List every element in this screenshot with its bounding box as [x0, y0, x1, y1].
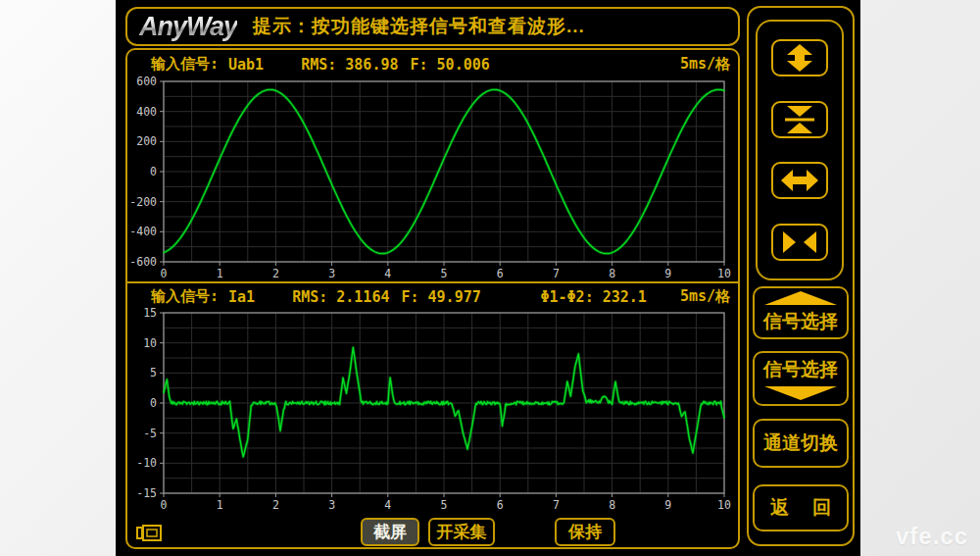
svg-text:-10: -10	[136, 456, 157, 470]
svg-text:400: 400	[136, 105, 157, 119]
svg-text:2: 2	[272, 267, 279, 280]
svg-text:10: 10	[717, 498, 731, 512]
bottom-toolbar: 截屏 开采集 保持	[127, 518, 738, 547]
current-waveform-chart: 012345678910151050-5-10-15	[127, 307, 740, 515]
svg-text:5: 5	[441, 267, 448, 280]
svg-text:600: 600	[136, 76, 157, 88]
svg-text:0: 0	[161, 498, 168, 512]
expand-vertical-icon	[782, 44, 817, 72]
return-button[interactable]: 返 回	[753, 484, 849, 531]
channel1-frequency: F: 50.006	[411, 56, 490, 74]
svg-text:4: 4	[384, 267, 391, 280]
compress-horizontal-icon	[781, 229, 818, 255]
screenshot-button[interactable]: 截屏	[361, 518, 419, 546]
chart-divider	[127, 281, 738, 283]
usb-drive-icon	[135, 522, 165, 545]
expand-horizontal-icon	[781, 168, 818, 193]
svg-text:3: 3	[328, 498, 335, 512]
channel2-timebase: 5ms/格	[680, 287, 730, 306]
svg-text:7: 7	[553, 498, 560, 512]
right-control-panel: 信号选择 信号选择 通道切换 返 回	[747, 6, 855, 546]
signal-select-up-button[interactable]: 信号选择	[753, 286, 849, 339]
svg-text:4: 4	[384, 498, 391, 512]
expand-vertical-button[interactable]	[771, 39, 828, 76]
svg-text:1: 1	[217, 498, 223, 512]
svg-text:3: 3	[328, 267, 335, 280]
channel2-signal: Ia1	[228, 288, 255, 306]
analyzer-screen: AnyWay 提示：按功能键选择信号和查看波形... 输入信号: Uab1 RM…	[116, 0, 860, 556]
brand-logo: AnyWay	[139, 12, 237, 42]
svg-text:6: 6	[497, 267, 504, 280]
channel1-label: 输入信号:	[151, 55, 219, 74]
signal-select-up-label: 信号选择	[763, 309, 838, 334]
svg-text:-200: -200	[129, 195, 157, 209]
channel-switch-label: 通道切换	[763, 430, 838, 456]
zoom-button-group	[756, 20, 844, 280]
channel1-info: 输入信号: Uab1 RMS: 386.98 F: 50.006 5ms/格	[127, 55, 738, 74]
watermark: vfe.cc	[896, 523, 968, 550]
compress-horizontal-button[interactable]	[771, 224, 828, 261]
svg-text:0: 0	[161, 267, 168, 280]
voltage-waveform-chart: 0123456789106004002000-200-400-600	[127, 76, 740, 283]
svg-text:8: 8	[609, 498, 615, 512]
expand-horizontal-button[interactable]	[771, 162, 828, 199]
svg-text:0: 0	[150, 396, 157, 410]
channel-switch-button[interactable]: 通道切换	[753, 419, 849, 468]
triangle-up-icon	[764, 291, 837, 305]
svg-text:-15: -15	[136, 486, 157, 500]
svg-text:10: 10	[143, 336, 157, 350]
triangle-down-icon	[764, 386, 837, 400]
svg-text:9: 9	[664, 498, 671, 512]
signal-select-down-button[interactable]: 信号选择	[753, 351, 849, 406]
svg-text:-600: -600	[129, 255, 157, 269]
page-background: AnyWay 提示：按功能键选择信号和查看波形... 输入信号: Uab1 RM…	[0, 0, 980, 556]
svg-text:-5: -5	[143, 427, 157, 440]
svg-text:5: 5	[150, 366, 157, 379]
channel2-label: 输入信号:	[151, 287, 219, 306]
svg-text:9: 9	[664, 267, 671, 280]
svg-text:7: 7	[553, 267, 560, 280]
svg-text:8: 8	[609, 267, 615, 280]
svg-text:1: 1	[217, 267, 223, 280]
status-tip: 提示：按功能键选择信号和查看波形...	[253, 14, 585, 39]
waveform-panel: 输入信号: Uab1 RMS: 386.98 F: 50.006 5ms/格 0…	[125, 48, 740, 549]
return-label-left: 返	[770, 495, 789, 521]
hold-button[interactable]: 保持	[555, 518, 615, 546]
svg-text:-400: -400	[129, 225, 157, 238]
signal-select-down-label: 信号选择	[763, 357, 838, 382]
compress-vertical-icon	[782, 106, 817, 133]
channel2-info: 输入信号: Ia1 RMS: 2.1164 F: 49.977 Φ1-Φ2: 2…	[127, 287, 738, 306]
header-bar: AnyWay 提示：按功能键选择信号和查看波形...	[125, 7, 740, 46]
svg-text:2: 2	[272, 498, 279, 512]
svg-text:5: 5	[441, 498, 448, 512]
channel1-timebase: 5ms/格	[680, 55, 730, 74]
channel2-rms: RMS: 2.1164	[292, 288, 389, 306]
svg-text:6: 6	[497, 498, 504, 512]
channel1-signal: Uab1	[228, 56, 264, 74]
phase-difference: Φ1-Φ2: 232.1	[541, 288, 647, 306]
svg-text:15: 15	[143, 307, 157, 320]
channel1-rms: RMS: 386.98	[301, 56, 398, 74]
channel2-frequency: F: 49.977	[401, 288, 480, 306]
svg-text:200: 200	[136, 134, 157, 148]
start-acquisition-button[interactable]: 开采集	[428, 518, 495, 546]
return-label-right: 回	[812, 495, 831, 521]
compress-vertical-button[interactable]	[771, 101, 828, 138]
svg-text:10: 10	[717, 267, 731, 280]
svg-text:0: 0	[150, 165, 157, 178]
